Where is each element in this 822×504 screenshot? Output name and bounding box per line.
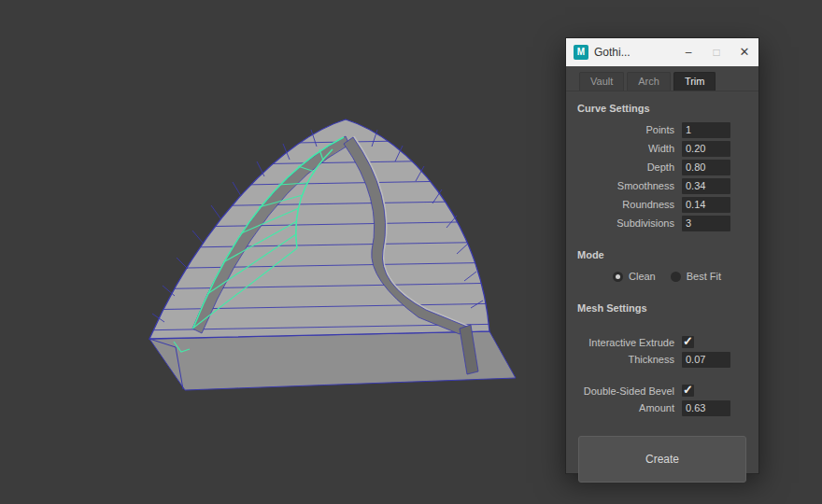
window-title: Gothi... (594, 46, 674, 59)
create-button[interactable]: Create (578, 436, 746, 483)
mesh-settings-header: Mesh Settings (566, 302, 758, 314)
subdivisions-row: Subdivisions 3 (566, 214, 758, 232)
window-titlebar[interactable]: M Gothi... – □ ✕ (566, 38, 758, 66)
minimize-button[interactable]: – (674, 38, 702, 66)
tab-bar: Vault Arch Trim (566, 66, 758, 91)
points-label: Points (577, 124, 674, 135)
width-row: Width 0.20 (566, 139, 758, 158)
thickness-input[interactable]: 0.07 (682, 352, 730, 368)
double-sided-bevel-row: Double-Sided Bevel (566, 369, 758, 399)
thickness-row: Thickness 0.07 (566, 350, 758, 369)
double-sided-bevel-checkbox[interactable] (682, 385, 694, 397)
interactive-extrude-checkbox[interactable] (682, 336, 694, 348)
gothic-generator-window: M Gothi... – □ ✕ Vault Arch Trim Curve S… (565, 37, 759, 474)
depth-input[interactable]: 0.80 (682, 160, 730, 175)
radio-clean-label: Clean (629, 271, 656, 282)
roundness-input[interactable]: 0.14 (682, 197, 730, 213)
base-slab (149, 331, 516, 390)
amount-input[interactable]: 0.63 (682, 400, 730, 416)
mode-header: Mode (566, 249, 758, 260)
curve-settings-header: Curve Settings (566, 103, 758, 114)
depth-row: Depth 0.80 (566, 158, 758, 176)
close-button[interactable]: ✕ (730, 38, 758, 66)
maya-app-icon: M (574, 45, 588, 60)
smoothness-label: Smoothness (577, 180, 674, 191)
amount-label: Amount (577, 402, 674, 413)
radio-clean[interactable] (613, 272, 623, 282)
subdivisions-input[interactable]: 3 (682, 216, 730, 231)
mode-options: Clean Best Fit (566, 267, 758, 286)
depth-label: Depth (577, 161, 674, 173)
points-row: Points 1 (566, 120, 758, 139)
maximize-button[interactable]: □ (702, 38, 730, 66)
double-sided-bevel-label: Double-Sided Bevel (577, 385, 674, 397)
tab-vault[interactable]: Vault (579, 72, 624, 91)
roundness-label: Roundness (577, 199, 674, 210)
tab-arch[interactable]: Arch (627, 72, 671, 91)
radio-best-fit[interactable] (671, 272, 681, 282)
interactive-extrude-row: Interactive Extrude (566, 320, 758, 350)
roundness-row: Roundness 0.14 (566, 195, 758, 214)
tab-trim[interactable]: Trim (673, 72, 716, 91)
smoothness-input[interactable]: 0.34 (682, 178, 730, 194)
thickness-label: Thickness (577, 354, 674, 365)
radio-best-fit-label: Best Fit (687, 271, 721, 282)
panel-body: Curve Settings Points 1 Width 0.20 Depth… (566, 91, 758, 483)
subdivisions-label: Subdivisions (577, 217, 674, 229)
interactive-extrude-label: Interactive Extrude (577, 337, 674, 348)
width-input[interactable]: 0.20 (682, 141, 730, 157)
amount-row: Amount 0.63 (566, 399, 758, 417)
points-input[interactable]: 1 (682, 122, 730, 138)
width-label: Width (577, 143, 674, 154)
smoothness-row: Smoothness 0.34 (566, 176, 758, 195)
